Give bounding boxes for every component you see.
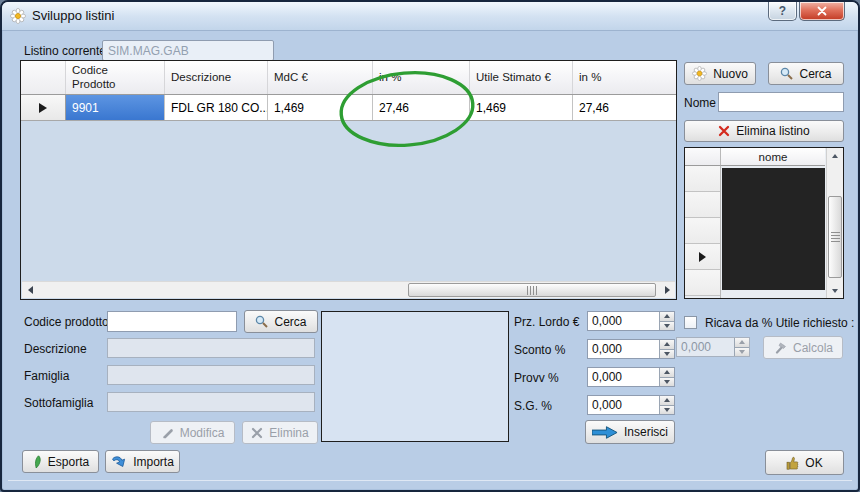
sconto-spinner[interactable] [587,339,675,359]
nuovo-button-label: Nuovo [713,67,748,81]
ok-button[interactable]: OK [765,450,844,475]
spin-up-icon[interactable] [659,340,674,349]
scroll-up-icon[interactable] [827,148,843,163]
list-row-header[interactable] [685,270,720,296]
ok-label: OK [805,456,822,470]
row-header-cell[interactable] [21,95,66,120]
preview-panel [321,311,509,442]
cell-in-pct-1[interactable]: 27,46 [373,95,470,120]
grid-header-row: Codice Prodotto Descrizione MdC € in % U… [21,61,676,95]
codice-prodotto-input[interactable] [107,311,237,332]
inserisci-label: Inserisci [624,425,668,439]
scroll-down-icon[interactable] [827,283,843,298]
column-header-in-pct-1[interactable]: in % [373,61,470,94]
row-selector-icon [39,103,47,113]
title-bar[interactable]: Sviluppo listini ? [2,2,858,31]
panel-bottom-edge [8,480,852,481]
products-grid: Codice Prodotto Descrizione MdC € in % U… [20,60,677,300]
list-row-header[interactable] [685,244,720,270]
gray-x-icon [251,427,263,439]
cerca-listino-button[interactable]: Cerca [768,62,844,85]
list-row-selector-icon [699,252,706,262]
column-header-mdc[interactable]: MdC € [268,61,373,94]
esporta-button[interactable]: Esporta [22,450,99,473]
sottofamiglia-field [107,392,315,412]
cell-codice[interactable]: 9901 [66,95,165,120]
nome-input[interactable] [718,92,844,112]
spin-down-icon[interactable] [659,377,674,387]
list-vertical-scrollbar[interactable] [826,148,843,298]
esporta-label: Esporta [48,455,89,469]
sg-input[interactable] [588,396,658,414]
pen-icon [161,426,174,439]
column-header-codice-prodotto[interactable]: Codice Prodotto [66,61,165,94]
app-flower-icon [10,8,26,24]
spin-up-icon[interactable] [659,312,674,321]
spin-up-icon [734,338,749,347]
import-arrow-icon [111,455,127,469]
hammer-icon [773,341,787,354]
modifica-label: Modifica [180,426,225,440]
cell-descrizione[interactable]: FDL GR 180 CO... [165,95,268,120]
elimina-listino-button[interactable]: Elimina listino [684,120,844,142]
prz-lordo-spinner[interactable] [587,311,675,331]
spin-up-icon[interactable] [659,396,674,405]
spin-down-icon[interactable] [659,321,674,331]
cell-utile[interactable]: 1,469 [470,95,573,120]
column-header-utile-stimato[interactable]: Utile Stimato € [470,61,573,94]
sg-label: S.G. % [514,399,552,413]
column-header-in-pct-2[interactable]: in % [573,61,676,94]
prz-lordo-input[interactable] [588,312,658,330]
scroll-right-icon[interactable] [659,282,675,298]
list-corner-cell[interactable] [685,148,721,166]
ricava-label: Ricava da % Utile richiesto : [705,316,854,330]
spin-down-icon[interactable] [659,405,674,415]
sconto-label: Sconto % [514,343,565,357]
importa-button[interactable]: Importa [105,450,180,473]
grid-horizontal-scrollbar[interactable] [22,281,675,298]
column-header-descrizione[interactable]: Descrizione [165,61,268,94]
window-title: Sviluppo listini [32,8,114,23]
nuovo-button[interactable]: Nuovo [684,62,756,85]
famiglia-label: Famiglia [24,369,69,383]
blue-arrow-right-icon [592,426,618,439]
inserisci-button[interactable]: Inserisci [585,420,675,444]
provv-spinner[interactable] [587,367,675,387]
sconto-input[interactable] [588,340,658,358]
help-button[interactable]: ? [768,2,797,21]
sg-spinner[interactable] [587,395,675,415]
red-x-icon [718,125,730,137]
ricava-spinner [676,337,750,357]
cerca-prodotto-button[interactable]: Cerca [244,310,318,333]
cell-mdc[interactable]: 1,469 [268,95,373,120]
list-row-header[interactable] [685,192,720,218]
spin-up-icon[interactable] [659,368,674,377]
provv-input[interactable] [588,368,658,386]
list-row-header[interactable] [685,218,720,244]
vertical-scroll-thumb[interactable] [828,196,842,278]
grid-corner-cell[interactable] [21,61,66,94]
descrizione-field [107,338,315,358]
listino-corrente-label: Listino corrente [24,44,106,58]
elimina-prodotto-button[interactable]: Elimina [242,421,318,444]
spin-down-icon[interactable] [659,349,674,359]
nome-label: Nome [684,96,716,110]
horizontal-scroll-thumb[interactable] [408,283,656,297]
listino-corrente-field[interactable] [102,40,274,61]
help-icon: ? [779,4,786,18]
calcola-button[interactable]: Calcola [763,336,843,359]
cell-in-pct-2[interactable]: 27,46 [573,95,676,120]
ricava-checkbox[interactable] [684,316,697,329]
close-button[interactable] [799,2,845,21]
scroll-grip-icon [527,286,537,295]
elimina-prodotto-label: Elimina [269,426,308,440]
modifica-button[interactable]: Modifica [150,421,235,444]
list-row-headers [685,166,721,298]
list-row-header[interactable] [685,166,720,192]
list-column-header-nome[interactable]: nome [721,148,825,166]
calcola-label: Calcola [793,341,833,355]
prz-lordo-label: Prz. Lordo € [514,315,579,329]
scroll-left-icon[interactable] [22,282,38,298]
list-redacted-content [722,168,825,290]
cerca-listino-label: Cerca [799,67,831,81]
